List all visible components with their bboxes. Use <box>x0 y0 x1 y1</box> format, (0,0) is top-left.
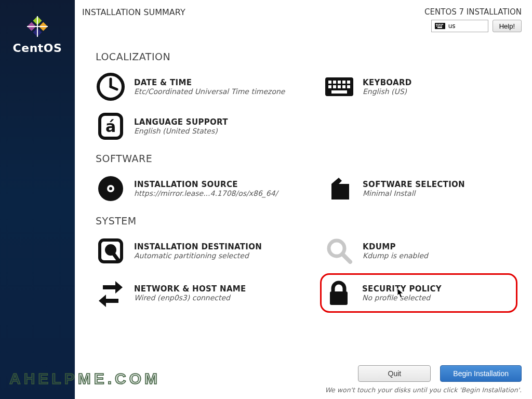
svg-rect-28 <box>338 85 341 88</box>
spoke-software-selection[interactable]: SOFTWARE SELECTION Minimal Install <box>324 171 522 206</box>
spoke-sub: Kdump is enabled <box>363 251 428 260</box>
svg-rect-9 <box>439 24 440 25</box>
svg-rect-15 <box>441 25 442 26</box>
spoke-install-destination[interactable]: INSTALLATION DESTINATION Automatic parti… <box>96 234 293 268</box>
spoke-sub: Etc/Coordinated Universal Time timezone <box>134 87 285 96</box>
spoke-sub: https://mirror.lease...4.1708/os/x86_64/ <box>134 189 277 197</box>
spoke-kdump[interactable]: KDUMP Kdump is enabled <box>324 234 522 268</box>
spoke-title: KEYBOARD <box>363 78 412 87</box>
spoke-sub: English (United States) <box>134 127 228 135</box>
header: INSTALLATION SUMMARY CENTOS 7 INSTALLATI… <box>75 0 532 32</box>
language-icon: á <box>96 111 126 141</box>
svg-rect-12 <box>436 25 437 26</box>
centos-logo-icon <box>26 16 48 37</box>
spoke-sub: No profile selected <box>362 294 442 302</box>
spoke-title: SECURITY POLICY <box>362 284 442 294</box>
svg-rect-26 <box>328 85 331 88</box>
svg-rect-42 <box>330 291 348 305</box>
clock-icon <box>96 72 126 102</box>
sidebar: CentOS <box>0 0 75 399</box>
spoke-keyboard[interactable]: KEYBOARD English (US) <box>324 70 522 104</box>
begin-installation-button[interactable]: Begin Installation <box>440 365 522 382</box>
svg-rect-11 <box>442 24 443 25</box>
package-icon <box>324 174 354 204</box>
spoke-network[interactable]: NETWORK & HOST NAME Wired (enp0s3) conne… <box>96 273 293 313</box>
keyboard-layout-value: us <box>448 22 456 30</box>
spoke-sub: Minimal Install <box>363 189 465 197</box>
spoke-sub: English (US) <box>363 87 412 96</box>
page-title: INSTALLATION SUMMARY <box>82 7 185 17</box>
lock-icon <box>324 278 354 308</box>
spoke-language[interactable]: á LANGUAGE SUPPORT English (United State… <box>96 109 293 143</box>
svg-rect-22 <box>333 81 336 84</box>
svg-point-36 <box>109 187 112 190</box>
magnifier-icon <box>324 236 354 266</box>
svg-rect-13 <box>438 25 439 26</box>
keyboard-large-icon <box>324 72 354 102</box>
svg-rect-21 <box>328 81 331 84</box>
svg-rect-16 <box>437 27 442 28</box>
svg-rect-24 <box>342 81 345 84</box>
help-button[interactable]: Help! <box>493 20 522 32</box>
spoke-sub: Wired (enp0s3) connected <box>134 294 246 302</box>
svg-rect-23 <box>338 81 341 84</box>
quit-button[interactable]: Quit <box>358 365 431 382</box>
svg-rect-27 <box>333 85 336 88</box>
svg-line-41 <box>342 254 350 262</box>
spoke-security-policy[interactable]: SECURITY POLICY No profile selected <box>320 273 517 313</box>
content: LOCALIZATION DATE & TIME Etc/Coordinated… <box>75 32 532 365</box>
spoke-title: DATE & TIME <box>134 78 285 87</box>
spoke-install-source[interactable]: INSTALLATION SOURCE https://mirror.lease… <box>96 171 293 206</box>
svg-rect-25 <box>347 81 350 84</box>
spoke-title: NETWORK & HOST NAME <box>134 284 246 294</box>
svg-line-19 <box>111 87 117 89</box>
keyboard-layout-selector[interactable]: us <box>431 20 488 32</box>
spoke-title: INSTALLATION SOURCE <box>134 180 277 189</box>
brand-label: CentOS <box>13 42 62 55</box>
spoke-sub: Automatic partitioning selected <box>134 251 262 260</box>
footer-note: We won't touch your disks until you clic… <box>85 386 522 394</box>
spoke-datetime[interactable]: DATE & TIME Etc/Coordinated Universal Ti… <box>96 70 293 104</box>
footer: Quit Begin Installation We won't touch y… <box>75 365 532 399</box>
install-label: CENTOS 7 INSTALLATION <box>424 7 522 17</box>
svg-rect-7 <box>436 24 437 25</box>
svg-rect-30 <box>347 85 350 88</box>
main: INSTALLATION SUMMARY CENTOS 7 INSTALLATI… <box>75 0 532 399</box>
spoke-title: INSTALLATION DESTINATION <box>134 242 262 251</box>
svg-rect-14 <box>440 25 441 26</box>
svg-rect-31 <box>331 90 347 94</box>
section-heading-localization: LOCALIZATION <box>96 51 522 62</box>
spoke-title: KDUMP <box>363 242 428 251</box>
svg-text:á: á <box>105 117 116 136</box>
spoke-title: SOFTWARE SELECTION <box>363 180 465 189</box>
harddisk-icon <box>96 236 126 266</box>
section-heading-system: SYSTEM <box>96 215 522 227</box>
keyboard-icon <box>435 23 445 29</box>
spoke-title: LANGUAGE SUPPORT <box>134 117 228 127</box>
network-arrows-icon <box>96 278 126 308</box>
svg-rect-29 <box>342 85 345 88</box>
svg-rect-8 <box>437 24 438 25</box>
svg-rect-10 <box>441 24 442 25</box>
disc-icon <box>96 174 126 204</box>
section-heading-software: SOFTWARE <box>96 153 522 164</box>
